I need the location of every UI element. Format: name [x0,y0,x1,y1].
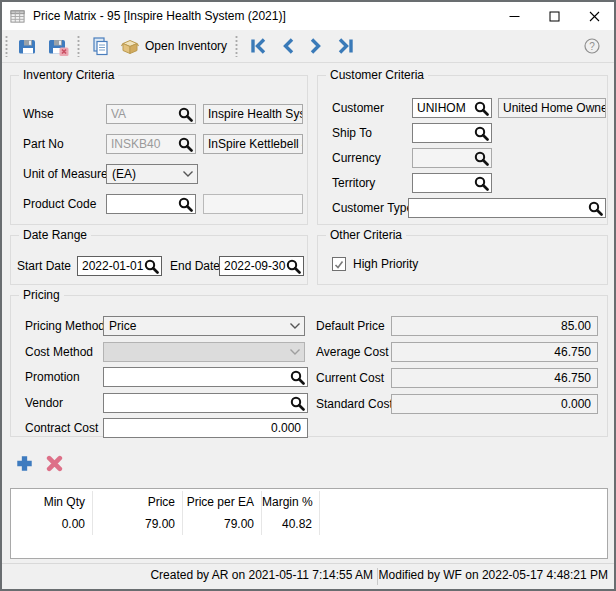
other-criteria-group: Other Criteria High Priority [317,235,608,285]
toolbar-grip [234,35,239,57]
minimize-button[interactable] [494,2,534,30]
end-date-input[interactable] [220,259,286,273]
nav-last-button[interactable] [330,33,361,59]
help-icon: ? [584,38,600,54]
customer-lookup[interactable] [412,98,492,118]
start-date-lookup[interactable] [77,256,162,276]
column-header[interactable]: Min Qty [11,491,93,513]
add-row-button[interactable] [15,454,33,472]
nav-first-button[interactable] [243,33,274,59]
nav-first-icon [249,37,268,55]
column-header[interactable]: Price [93,491,183,513]
search-icon[interactable] [144,259,159,274]
default-price-label: Default Price [316,316,385,336]
customer-description: United Home Owner [498,98,606,118]
pricing-group: Pricing Pricing Method Price Cost Method… [10,295,608,437]
default-price-value: 85.00 [391,316,598,336]
customer-input[interactable] [413,101,474,115]
help-button[interactable]: ? [579,33,605,59]
open-inventory-label: Open Inventory [145,39,227,53]
toolbar-grip [76,35,81,57]
search-icon[interactable] [178,197,193,212]
customer-label: Customer [332,98,384,118]
promotion-input[interactable] [104,370,290,384]
pricing-method-value: Price [104,317,286,335]
product-code-input[interactable] [107,197,178,211]
column-header[interactable]: Price per EA [183,491,262,513]
whse-input[interactable] [107,107,178,121]
pricing-method-select[interactable]: Price [103,316,305,336]
territory-lookup[interactable] [412,173,492,193]
currency-label: Currency [332,148,381,168]
customer-criteria-group: Customer Criteria Customer United Home O… [317,75,608,225]
promotion-lookup[interactable] [103,367,308,387]
column-header[interactable]: Margin % [262,491,320,513]
copy-button[interactable] [85,33,115,59]
start-date-input[interactable] [78,259,144,273]
other-criteria-title: Other Criteria [326,228,406,243]
search-icon[interactable] [178,107,193,122]
save-button[interactable] [13,33,43,59]
search-icon[interactable] [290,396,305,411]
search-icon[interactable] [178,137,193,152]
chevron-down-icon [286,322,304,330]
whse-description: Inspire Health Syste [203,104,303,124]
vendor-lookup[interactable] [103,393,308,413]
ship-to-label: Ship To [332,123,372,143]
unit-of-measure-select[interactable]: (EA) [106,164,198,184]
start-date-label: Start Date [17,256,71,276]
chevron-down-icon [179,170,197,178]
search-icon[interactable] [474,176,489,191]
end-date-label: End Date [170,256,220,276]
whse-lookup[interactable] [106,104,196,124]
close-button[interactable] [574,2,614,30]
open-inventory-button[interactable]: Open Inventory [115,33,232,59]
search-icon[interactable] [474,126,489,141]
toolbar-grip [4,35,9,57]
currency-input[interactable] [413,151,474,165]
save-close-icon [48,36,69,56]
grid-app-icon [10,9,25,24]
margin-cell[interactable]: 40.82 [262,513,320,535]
vendor-input[interactable] [104,396,290,410]
search-icon[interactable] [474,151,489,166]
high-priority-checkbox[interactable] [332,257,346,271]
ship-to-lookup[interactable] [412,123,492,143]
nav-next-button[interactable] [302,33,330,59]
save-close-button[interactable] [43,33,74,59]
search-icon[interactable] [588,201,603,216]
part-no-input[interactable] [107,137,178,151]
delete-row-button[interactable] [45,454,63,472]
min-qty-cell[interactable]: 0.00 [11,513,93,535]
svg-text:?: ? [589,41,595,52]
product-code-lookup[interactable] [106,194,196,214]
search-icon[interactable] [474,101,489,116]
price-per-ea-cell[interactable]: 79.00 [183,513,262,535]
standard-cost-value: 0.000 [391,394,598,414]
window-title: Price Matrix - 95 [Inspire Health System… [33,9,286,23]
inventory-criteria-group: Inventory Criteria Whse Inspire Health S… [10,75,308,225]
standard-cost-label: Standard Cost [316,394,393,414]
price-cell[interactable]: 79.00 [93,513,183,535]
price-table[interactable]: Min Qty Price Price per EA Margin % 0.00… [10,488,608,559]
search-icon[interactable] [290,370,305,385]
search-icon[interactable] [286,259,301,274]
open-box-icon [120,36,140,56]
titlebar: Price Matrix - 95 [Inspire Health System… [2,2,614,30]
part-no-lookup[interactable] [106,134,196,154]
maximize-button[interactable] [534,2,574,30]
customer-type-lookup[interactable] [408,198,606,218]
customer-type-input[interactable] [409,201,588,215]
table-row[interactable]: 0.00 79.00 79.00 40.82 [11,513,607,535]
currency-lookup[interactable] [412,148,492,168]
unit-of-measure-label: Unit of Measure [23,164,108,184]
date-range-group: Date Range Start Date End Date [10,235,308,285]
nav-previous-button[interactable] [274,33,302,59]
contract-cost-input[interactable] [103,418,308,438]
ship-to-input[interactable] [413,126,474,140]
current-cost-label: Current Cost [316,368,384,388]
end-date-lookup[interactable] [219,256,304,276]
date-range-title: Date Range [19,228,91,243]
x-icon [46,455,63,472]
territory-input[interactable] [413,176,474,190]
